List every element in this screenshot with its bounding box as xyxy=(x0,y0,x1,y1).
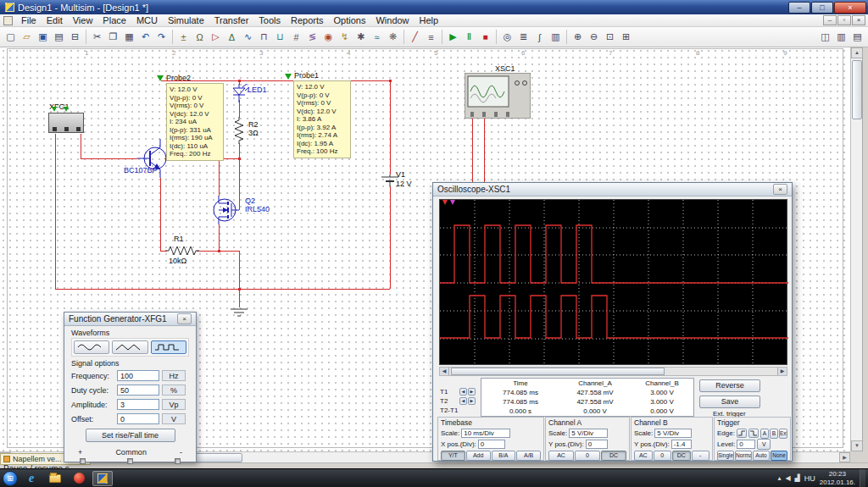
probe1-arrow-icon[interactable] xyxy=(285,74,292,80)
place-electromech-icon[interactable]: ❋ xyxy=(385,29,401,45)
zoom-fit-icon[interactable]: ⊞ xyxy=(618,29,634,45)
network-icon[interactable]: ▟ xyxy=(795,474,800,482)
ground-symbol[interactable] xyxy=(231,307,248,318)
wire[interactable] xyxy=(239,251,240,307)
cursor-t1-right-button[interactable]: ▶ xyxy=(468,388,476,396)
wire[interactable] xyxy=(239,100,240,118)
place-mixed-icon[interactable]: ≶ xyxy=(304,29,320,45)
channel-b-ypos-input[interactable]: -1.4 xyxy=(671,440,692,449)
menu-view[interactable]: View xyxy=(68,14,98,27)
run-simulation-icon[interactable]: ▶ xyxy=(445,29,461,45)
xfg-plus-terminal[interactable] xyxy=(53,127,57,131)
place-ttl-icon[interactable]: ⊓ xyxy=(256,29,272,45)
postprocessor-icon[interactable]: ▥ xyxy=(548,29,564,45)
channel-b-scale-input[interactable]: 5 V/Div xyxy=(654,429,692,438)
xfg-minus-terminal[interactable] xyxy=(76,127,81,131)
trigger-level-unit[interactable]: V xyxy=(757,439,771,450)
channel-b-dc-button[interactable]: DC xyxy=(672,451,691,461)
menu-help[interactable]: Help xyxy=(415,14,444,27)
scope-close-button[interactable]: × xyxy=(773,184,787,195)
close-button[interactable]: × xyxy=(834,2,866,14)
design-toolbox-toggle-icon[interactable]: ◫ xyxy=(817,29,833,45)
zoom-in-icon[interactable]: ⊕ xyxy=(570,29,586,45)
print-icon[interactable]: ▤ xyxy=(51,29,67,45)
fg-minus-terminal[interactable] xyxy=(175,458,181,464)
language-indicator[interactable]: HU xyxy=(804,474,815,483)
fg-close-button[interactable]: × xyxy=(177,313,192,324)
wire[interactable] xyxy=(219,158,220,196)
wire[interactable] xyxy=(484,119,485,183)
menu-file[interactable]: File xyxy=(16,14,42,27)
menu-tools[interactable]: Tools xyxy=(253,14,286,27)
menu-edit[interactable]: Edit xyxy=(42,14,68,27)
wire[interactable] xyxy=(219,224,220,251)
menu-simulate[interactable]: Simulate xyxy=(163,14,209,27)
undo-icon[interactable]: ↶ xyxy=(137,29,153,45)
resistor-r1-symbol[interactable] xyxy=(165,246,199,256)
place-source-icon[interactable]: ± xyxy=(175,29,192,45)
menu-mcu[interactable]: MCU xyxy=(131,14,163,27)
wire[interactable] xyxy=(81,134,81,158)
menu-window[interactable]: Window xyxy=(370,14,414,27)
menu-place[interactable]: Place xyxy=(97,14,131,27)
taskbar-ie-icon[interactable]: e xyxy=(21,471,42,486)
wire[interactable] xyxy=(161,80,390,81)
function-generator-component[interactable] xyxy=(48,113,84,133)
taskbar-explorer-icon[interactable] xyxy=(45,471,65,486)
mdi-minimize-button[interactable]: – xyxy=(823,15,837,25)
place-indicator-icon[interactable]: ◉ xyxy=(320,29,337,45)
print-preview-icon[interactable]: ⊟ xyxy=(67,29,83,45)
scope-scrollbar[interactable]: ◀ ▶ xyxy=(439,367,787,376)
fg-plus-terminal[interactable] xyxy=(80,458,86,464)
wire[interactable] xyxy=(390,80,391,174)
place-wire-icon[interactable]: ╱ xyxy=(407,29,423,45)
fg-offset-input[interactable]: 0 xyxy=(117,413,159,424)
open-file-icon[interactable]: ▱ xyxy=(19,29,35,45)
redo-icon[interactable]: ↷ xyxy=(153,29,170,45)
menu-options[interactable]: Options xyxy=(329,14,371,27)
channel-a-dc-button[interactable]: DC xyxy=(601,451,626,461)
fg-offset-unit[interactable]: V xyxy=(162,413,186,424)
triangle-wave-button[interactable] xyxy=(112,340,147,354)
channel-a-scale-input[interactable]: 5 V/Div xyxy=(569,429,608,438)
titlebar[interactable]: Design1 - Multisim - [Design1 *] – □ × xyxy=(0,0,868,14)
timebase-yt-button[interactable]: Y/T xyxy=(441,451,465,461)
maximize-button[interactable]: □ xyxy=(811,2,833,14)
channel-a-ypos-input[interactable]: 0 xyxy=(586,440,608,449)
trigger-falling-edge-button[interactable] xyxy=(748,429,759,438)
trigger-auto-button[interactable]: Auto xyxy=(753,451,770,461)
scope-titlebar[interactable]: Oscilloscope-XSC1 × xyxy=(433,183,792,196)
trigger-level-input[interactable]: 0 xyxy=(737,440,755,449)
place-bus-icon[interactable]: ≡ xyxy=(423,29,439,45)
xfg-common-terminal[interactable] xyxy=(64,127,69,131)
timebase-ab-button[interactable]: A/B xyxy=(516,451,541,461)
timebase-ba-button[interactable]: B/A xyxy=(492,451,516,461)
oscilloscope-component[interactable] xyxy=(465,73,531,119)
channel-b-ac-button[interactable]: AC xyxy=(634,451,653,461)
fg-amplitude-unit[interactable]: Vp xyxy=(162,399,186,410)
trigger-single-button[interactable]: Single xyxy=(717,451,734,461)
fg-frequency-input[interactable]: 100 xyxy=(117,370,159,381)
scroll-up-icon[interactable]: ▲ xyxy=(851,47,863,58)
place-analog-icon[interactable]: ∿ xyxy=(240,29,256,45)
trigger-edge-b-button[interactable]: B xyxy=(770,429,778,439)
volume-icon[interactable]: ◀ xyxy=(785,474,790,482)
paste-icon[interactable]: ▦ xyxy=(121,29,137,45)
cursor-t1-left-button[interactable]: ◀ xyxy=(459,388,467,396)
taskbar-clock[interactable]: 20:23 2012.01.16. xyxy=(820,470,855,486)
wire[interactable] xyxy=(55,134,56,289)
wire[interactable] xyxy=(81,158,137,159)
cut-icon[interactable]: ✂ xyxy=(89,29,105,45)
fg-amplitude-input[interactable]: 3 xyxy=(117,399,159,410)
place-transistor-icon[interactable]: Δ xyxy=(224,29,240,45)
timebase-scale-input[interactable]: 10 ms/Div xyxy=(461,429,510,438)
zoom-out-icon[interactable]: ⊖ xyxy=(586,29,602,45)
scroll-right-icon[interactable]: ▶ xyxy=(839,452,850,462)
trigger-normal-button[interactable]: Normal xyxy=(735,451,752,461)
trigger-edge-ext-button[interactable]: Ext xyxy=(779,429,787,439)
menu-reports[interactable]: Reports xyxy=(286,14,329,27)
tray-expand-icon[interactable]: ▴ xyxy=(777,474,781,482)
set-rise-fall-button[interactable]: Set rise/Fall time xyxy=(86,429,175,442)
square-wave-button[interactable] xyxy=(151,340,186,354)
copy-icon[interactable]: ❐ xyxy=(105,29,121,45)
